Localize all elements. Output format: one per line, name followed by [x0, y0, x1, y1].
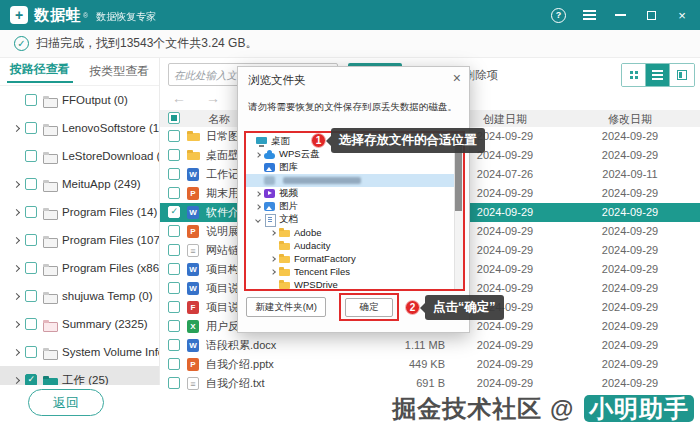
folder-checkbox[interactable] — [25, 206, 37, 218]
picker-tree-item[interactable] — [246, 174, 454, 187]
detail-view-button[interactable] — [670, 64, 694, 86]
tree-item[interactable]: Program Files (1074) — [0, 226, 159, 254]
tree-item[interactable]: FFOutput (0) — [0, 86, 159, 114]
tree-item[interactable]: Summary (2325) — [0, 310, 159, 338]
tab-view-by-type[interactable]: 按类型查看 — [80, 58, 160, 85]
picker-tree-item[interactable]: Tencent Files — [246, 265, 454, 278]
file-checkbox[interactable] — [168, 320, 180, 332]
chevron-right-icon[interactable] — [13, 292, 20, 299]
select-all-checkbox[interactable] — [168, 112, 180, 124]
picker-chevron-icon[interactable] — [255, 152, 261, 158]
picker-chevron-icon[interactable] — [255, 204, 261, 210]
file-checkbox[interactable] — [168, 301, 180, 313]
column-modified[interactable]: 修改日期 — [585, 112, 675, 127]
list-view-button[interactable] — [646, 64, 670, 86]
folder-label: MeituApp (249) — [62, 178, 141, 190]
picker-tree-item[interactable]: Adobe — [246, 226, 454, 239]
file-checkbox[interactable] — [168, 339, 180, 351]
confirm-button[interactable]: 确定 — [345, 298, 393, 317]
tree-item[interactable]: LenovoSoftstore (14) — [0, 114, 159, 142]
close-button[interactable]: × — [674, 7, 690, 23]
picker-tree-item[interactable]: 视频 — [246, 187, 454, 200]
file-checkbox[interactable] — [168, 377, 180, 389]
folder-checkbox[interactable] — [25, 318, 37, 330]
file-checkbox[interactable] — [168, 225, 180, 237]
file-checkbox[interactable] — [168, 168, 180, 180]
picker-item-icon — [279, 266, 290, 277]
folder-label: FFOutput (0) — [62, 94, 128, 106]
registered-mark: ® — [83, 12, 88, 19]
picker-tree-item[interactable]: 图库 — [246, 161, 454, 174]
tree-item[interactable]: shujuwa Temp (0) — [0, 282, 159, 310]
folder-checkbox[interactable] — [25, 122, 37, 134]
picker-item-icon — [279, 253, 290, 264]
picker-tree-item[interactable]: 图片 — [246, 200, 454, 213]
tab-view-by-path[interactable]: 按路径查看 — [0, 58, 80, 85]
picker-chevron-icon[interactable] — [270, 230, 276, 236]
tree-item[interactable]: 工作 (25) — [0, 366, 159, 385]
folder-icon — [43, 346, 56, 359]
folder-checkbox[interactable] — [25, 178, 37, 190]
folder-checkbox[interactable] — [25, 94, 37, 106]
tree-item[interactable]: LeStoreDownload (0) — [0, 142, 159, 170]
file-type-icon — [187, 187, 199, 200]
file-checkbox[interactable] — [168, 187, 180, 199]
chevron-right-icon[interactable] — [13, 264, 20, 271]
folder-checkbox[interactable] — [25, 346, 37, 358]
folder-checkbox[interactable] — [25, 262, 37, 274]
file-row[interactable]: 自我介绍.txt 691 B 2024-09-29 2024-09-29 — [160, 374, 700, 393]
picker-chevron-icon[interactable] — [255, 191, 261, 197]
picker-chevron-icon[interactable] — [270, 269, 276, 275]
chevron-right-icon[interactable] — [13, 376, 20, 383]
picker-scrollbar[interactable] — [454, 133, 463, 289]
back-arrow-icon[interactable]: ← — [172, 90, 186, 106]
dialog-close-icon[interactable]: × — [453, 70, 461, 86]
file-name: 自我介绍.txt — [206, 374, 361, 393]
file-checkbox[interactable] — [168, 282, 180, 294]
minimize-button[interactable] — [612, 7, 628, 23]
maximize-button[interactable] — [643, 7, 659, 23]
file-checkbox[interactable] — [168, 149, 180, 161]
grid-view-button[interactable] — [622, 64, 646, 86]
picker-tree-item[interactable]: Audacity — [246, 239, 454, 252]
folder-checkbox[interactable] — [25, 234, 37, 246]
folder-label: Program Files (14) — [62, 206, 157, 218]
back-button[interactable]: 返回 — [28, 389, 104, 416]
help-icon[interactable]: ? — [551, 8, 566, 23]
picker-tree-item[interactable]: FormatFactory — [246, 252, 454, 265]
picker-tree-item[interactable]: 文档 — [246, 213, 454, 226]
tree-item[interactable]: MeituApp (249) — [0, 170, 159, 198]
chevron-right-icon[interactable] — [13, 208, 20, 215]
file-checkbox[interactable] — [168, 130, 180, 142]
menu-icon[interactable] — [581, 7, 597, 23]
chevron-right-icon[interactable] — [13, 124, 20, 131]
new-folder-button[interactable]: 新建文件夹(M) — [246, 297, 326, 317]
chevron-right-icon[interactable] — [13, 348, 20, 355]
picker-scrollbar-thumb[interactable] — [455, 145, 462, 211]
column-name[interactable]: 名称 — [208, 112, 230, 127]
folder-checkbox[interactable] — [25, 290, 37, 302]
file-checkbox[interactable] — [168, 358, 180, 370]
created-date: 2024-09-29 — [460, 222, 550, 241]
column-created[interactable]: 创建日期 — [460, 112, 550, 127]
picker-chevron-icon[interactable] — [255, 217, 261, 223]
file-checkbox[interactable] — [168, 263, 180, 275]
picker-tree-item[interactable]: WPSDrive — [246, 278, 454, 291]
tree-item[interactable]: System Volume Information — [0, 338, 159, 366]
watermark-separator: @ — [550, 395, 574, 422]
tree-item[interactable]: Program Files (x86) (1976) — [0, 254, 159, 282]
file-row[interactable]: 自我介绍.pptx 449 KB 2024-09-29 2024-09-29 — [160, 355, 700, 374]
picker-item-icon — [279, 279, 290, 290]
file-row[interactable]: 语段积累.docx 1.11 MB 2024-09-29 2024-09-29 — [160, 336, 700, 355]
folder-checkbox[interactable] — [25, 374, 37, 385]
chevron-right-icon[interactable] — [13, 236, 20, 243]
picker-item-label: 桌面 — [271, 135, 290, 148]
file-checkbox[interactable] — [168, 206, 180, 218]
folder-checkbox[interactable] — [25, 150, 37, 162]
file-checkbox[interactable] — [168, 244, 180, 256]
tree-item[interactable]: Program Files (14) — [0, 198, 159, 226]
chevron-right-icon[interactable] — [13, 180, 20, 187]
forward-arrow-icon[interactable]: → — [206, 90, 220, 106]
picker-chevron-icon[interactable] — [270, 256, 276, 262]
chevron-right-icon[interactable] — [13, 320, 20, 327]
